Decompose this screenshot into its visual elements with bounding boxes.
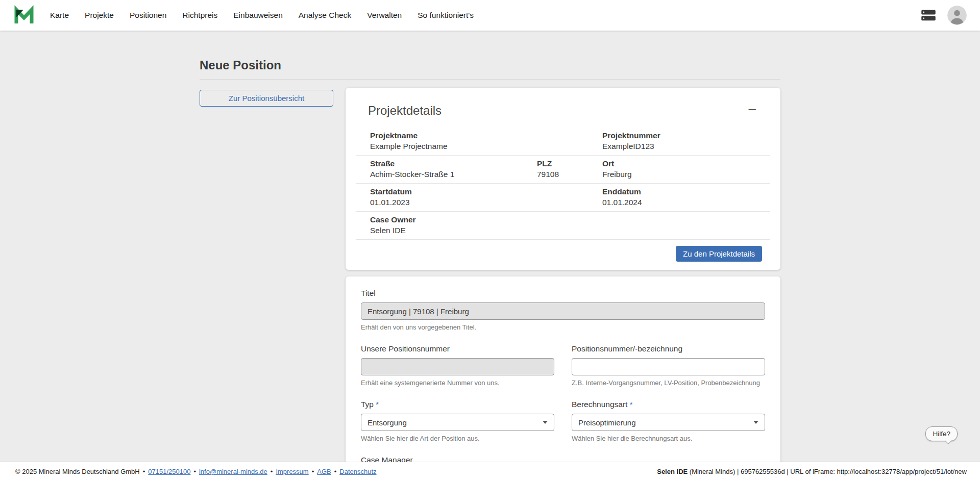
typ-select-value: Entsorgung: [368, 418, 407, 427]
chevron-down-icon: [543, 421, 548, 424]
footer-session-info: Selen IDE (Mineral Minds) | 69576255536d…: [657, 468, 967, 475]
chevron-down-icon: [753, 421, 758, 424]
main-content: Neue Position Zur Positionsübersicht Pro…: [0, 31, 980, 462]
required-marker: *: [376, 400, 379, 409]
left-column: Zur Positionsübersicht: [200, 88, 333, 107]
unsere-positionsnummer-label: Unsere Positionsnummer: [361, 344, 554, 353]
typ-label: Typ*: [361, 400, 554, 409]
plz-value: 79108: [537, 170, 602, 179]
typ-select[interactable]: Entsorgung: [361, 414, 554, 431]
unsere-positionsnummer-field: Unsere Positionsnummer Erhält eine syste…: [361, 344, 554, 387]
titel-input: [361, 302, 765, 320]
case-owner-label: Case Owner: [370, 215, 537, 224]
enddatum-value: 01.01.2024: [602, 198, 770, 207]
case-owner-value: Selen IDE: [370, 226, 537, 235]
footer-left: © 2025 Mineral Minds Deutschland GmbH • …: [15, 468, 377, 475]
berechnungsart-field: Berechnungsart* Preisoptimierung Wählen …: [572, 400, 765, 442]
help-button[interactable]: Hilfe?: [925, 426, 958, 441]
ort-label: Ort: [602, 159, 770, 168]
case-manager-label: Case Manager: [361, 455, 765, 462]
footer: © 2025 Mineral Minds Deutschland GmbH • …: [0, 462, 980, 481]
footer-user-name: Selen IDE: [657, 468, 688, 475]
top-navbar: Karte Projekte Positionen Richtpreis Ein…: [0, 0, 980, 31]
project-details-card: Projektdetails – Projektname Example Pro…: [346, 88, 780, 270]
nav-item-verwalten[interactable]: Verwalten: [367, 11, 402, 20]
nav-item-analyse-check[interactable]: Analyse Check: [299, 11, 351, 20]
footer-link-email[interactable]: info@mineral-minds.de: [199, 468, 267, 475]
berechnungsart-helper: Wählen Sie hier die Berechnungsart aus.: [572, 435, 765, 442]
nav-item-so-funktionierts[interactable]: So funktioniert's: [418, 11, 474, 20]
project-details-table: Projektname Example Projectname Projektn…: [356, 128, 770, 240]
berechnungsart-label: Berechnungsart*: [572, 400, 765, 409]
footer-link-agb[interactable]: AGB: [317, 468, 331, 475]
table-row: Case Owner Selen IDE: [356, 212, 770, 240]
page-title: Neue Position: [200, 31, 780, 72]
mineral-minds-logo[interactable]: [13, 5, 35, 26]
startdatum-value: 01.01.2023: [370, 198, 537, 207]
case-manager-field: Case Manager: [361, 455, 765, 462]
person-icon: [947, 6, 967, 25]
title-divider: [200, 79, 780, 80]
enddatum-label: Enddatum: [602, 187, 770, 196]
strasse-value: Achim-Stocker-Straße 1: [370, 170, 537, 179]
footer-separator: •: [271, 468, 273, 475]
unsere-positionsnummer-input: [361, 358, 554, 375]
server-icon[interactable]: [921, 9, 936, 22]
typ-helper: Wählen Sie hier die Art der Position aus…: [361, 435, 554, 442]
main-nav: Karte Projekte Positionen Richtpreis Ein…: [50, 11, 474, 20]
nav-item-einbauweisen[interactable]: Einbauweisen: [233, 11, 283, 20]
projektnummer-label: Projektnummer: [602, 131, 770, 140]
nav-item-projekte[interactable]: Projekte: [85, 11, 114, 20]
user-avatar[interactable]: [947, 6, 967, 25]
footer-session-details: (Mineral Minds) | 69576255536d | URL of …: [688, 468, 967, 475]
footer-separator: •: [334, 468, 337, 475]
berechnungsart-label-text: Berechnungsart: [572, 400, 627, 409]
titel-label: Titel: [361, 289, 765, 298]
footer-link-impressum[interactable]: Impressum: [276, 468, 308, 475]
projektname-value: Example Projectname: [370, 142, 537, 151]
positionsnummer-label: Positionsnummer/-bezeichnung: [572, 344, 765, 353]
titel-field: Titel Erhält den von uns vorgegebenen Ti…: [361, 289, 765, 331]
help-button-label: Hilfe?: [933, 430, 950, 438]
unsere-positionsnummer-helper: Erhält eine systemgenerierte Nummer von …: [361, 379, 554, 387]
footer-separator: •: [193, 468, 196, 475]
footer-separator: •: [143, 468, 145, 475]
positionsnummer-helper: Z.B. Interne-Vorgangsnummer, LV-Position…: [572, 379, 765, 387]
footer-link-phone[interactable]: 07151/250100: [148, 468, 190, 475]
typ-label-text: Typ: [361, 400, 374, 409]
positionsnummer-field: Positionsnummer/-bezeichnung Z.B. Intern…: [572, 344, 765, 387]
logo-m-icon: [13, 5, 35, 26]
position-form-card: Titel Erhält den von uns vorgegebenen Ti…: [346, 276, 780, 462]
required-marker: *: [629, 400, 632, 409]
nav-item-richtpreis[interactable]: Richtpreis: [182, 11, 217, 20]
plz-label: PLZ: [537, 159, 602, 168]
table-row: Straße Achim-Stocker-Straße 1 PLZ 79108 …: [356, 156, 770, 184]
projektnummer-value: ExampleID123: [602, 142, 770, 151]
footer-separator: •: [312, 468, 314, 475]
typ-field: Typ* Entsorgung Wählen Sie hier die Art …: [361, 400, 554, 442]
table-row: Projektname Example Projectname Projektn…: [356, 128, 770, 156]
collapse-icon[interactable]: –: [747, 103, 758, 114]
projektname-label: Projektname: [370, 131, 537, 140]
footer-link-datenschutz[interactable]: Datenschutz: [339, 468, 376, 475]
positionsnummer-input[interactable]: [572, 358, 765, 375]
ort-value: Freiburg: [602, 170, 770, 179]
startdatum-label: Startdatum: [370, 187, 537, 196]
titel-helper: Erhält den von uns vorgegebenen Titel.: [361, 323, 765, 331]
strasse-label: Straße: [370, 159, 537, 168]
copyright-text: © 2025 Mineral Minds Deutschland GmbH: [15, 468, 140, 475]
project-card-title: Projektdetails: [368, 103, 442, 118]
table-row: Startdatum 01.01.2023 Enddatum 01.01.202…: [356, 184, 770, 212]
position-overview-button[interactable]: Zur Positionsübersicht: [200, 90, 333, 107]
nav-item-karte[interactable]: Karte: [50, 11, 69, 20]
berechnungsart-select[interactable]: Preisoptimierung: [572, 414, 765, 431]
berechnungsart-select-value: Preisoptimierung: [578, 418, 636, 427]
right-column: Projektdetails – Projektname Example Pro…: [346, 88, 780, 462]
project-details-button[interactable]: Zu den Projektdetails: [676, 246, 762, 262]
nav-item-positionen[interactable]: Positionen: [130, 11, 166, 20]
